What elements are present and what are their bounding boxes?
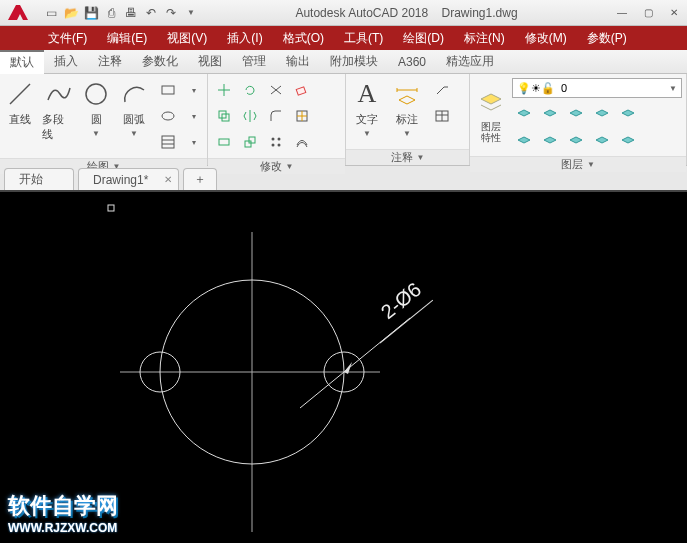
line-button[interactable]: 直线 (2, 76, 38, 129)
undo-icon[interactable]: ↶ (142, 4, 160, 22)
menu-file[interactable]: 文件(F) (38, 26, 97, 50)
layer-tool5-icon[interactable] (616, 101, 640, 125)
menu-edit[interactable]: 编辑(E) (97, 26, 157, 50)
array-icon[interactable] (264, 130, 288, 154)
rotate-icon[interactable] (238, 78, 262, 102)
layer-tool10-icon[interactable] (616, 128, 640, 152)
doctab-drawing1[interactable]: Drawing1* ✕ (78, 168, 179, 190)
rectangle-icon[interactable] (156, 78, 180, 102)
text-icon: A (351, 78, 383, 110)
text-button[interactable]: A 文字 ▼ (348, 76, 386, 140)
svg-rect-4 (162, 136, 174, 148)
ribbon-tab-parametric[interactable]: 参数化 (132, 50, 188, 74)
maximize-icon[interactable]: ▢ (635, 3, 661, 23)
layer-tool7-icon[interactable] (538, 128, 562, 152)
move-icon[interactable] (212, 78, 236, 102)
ribbon-tab-a360[interactable]: A360 (388, 50, 436, 74)
layer-tool9-icon[interactable] (590, 128, 614, 152)
svg-point-15 (278, 138, 281, 141)
plus-icon: ＋ (194, 171, 206, 188)
ribbon-tabs: 默认 插入 注释 参数化 视图 管理 输出 附加模块 A360 精选应用 (0, 50, 687, 74)
doctab-new[interactable]: ＋ (183, 168, 217, 190)
ribbon-tab-annotate[interactable]: 注释 (88, 50, 132, 74)
qat-dropdown-icon[interactable]: ▼ (182, 4, 200, 22)
ribbon-tab-manage[interactable]: 管理 (232, 50, 276, 74)
svg-rect-7 (296, 87, 306, 95)
svg-point-1 (86, 84, 106, 104)
chevron-down-icon: ▼ (403, 129, 411, 138)
offset-icon[interactable] (290, 130, 314, 154)
erase-icon[interactable] (290, 78, 314, 102)
mirror-icon[interactable] (238, 104, 262, 128)
arc-button[interactable]: 圆弧 ▼ (116, 76, 152, 140)
new-icon[interactable]: ▭ (42, 4, 60, 22)
window-controls: — ▢ ✕ (609, 3, 687, 23)
ribbon-tab-default[interactable]: 默认 (0, 50, 44, 74)
svg-line-0 (10, 84, 30, 104)
stretch-icon[interactable] (212, 130, 236, 154)
layer-tool4-icon[interactable] (590, 101, 614, 125)
draw-extra-dd3[interactable]: ▾ (182, 130, 206, 154)
menu-dimension[interactable]: 标注(N) (454, 26, 515, 50)
saveas-icon[interactable]: ⎙ (102, 4, 120, 22)
circle-button[interactable]: 圆 ▼ (78, 76, 114, 140)
menu-format[interactable]: 格式(O) (273, 26, 334, 50)
panel-layers-title[interactable]: 图层▼ (470, 156, 686, 172)
menu-tools[interactable]: 工具(T) (334, 26, 393, 50)
panel-modify-title[interactable]: 修改▼ (208, 158, 345, 174)
menu-view[interactable]: 视图(V) (157, 26, 217, 50)
panel-annotate-title[interactable]: 注释▼ (346, 149, 469, 165)
layer-tool1-icon[interactable] (512, 101, 536, 125)
layer-tool3-icon[interactable] (564, 101, 588, 125)
print-icon[interactable]: 🖶 (122, 4, 140, 22)
polyline-button[interactable]: 多段线 (40, 76, 76, 144)
table-icon[interactable] (430, 104, 454, 128)
close-tab-icon[interactable]: ✕ (164, 174, 172, 185)
minimize-icon[interactable]: — (609, 3, 635, 23)
save-icon[interactable]: 💾 (82, 4, 100, 22)
dimension-label: 标注 (396, 112, 418, 127)
circle-icon (80, 78, 112, 110)
menu-modify[interactable]: 修改(M) (515, 26, 577, 50)
ribbon-tab-featured[interactable]: 精选应用 (436, 50, 504, 74)
redo-icon[interactable]: ↷ (162, 4, 180, 22)
close-window-icon[interactable]: ✕ (661, 3, 687, 23)
dim-extension (300, 372, 344, 408)
scale-icon[interactable] (238, 130, 262, 154)
draw-extra-dd1[interactable]: ▾ (182, 78, 206, 102)
layer-current-dropdown[interactable]: 💡 ☀ 🔓 0 ▼ (512, 78, 682, 98)
ellipse-icon[interactable] (156, 104, 180, 128)
layer-properties-button[interactable]: 图层 特性 (474, 85, 508, 145)
dimension-button[interactable]: 标注 ▼ (388, 76, 426, 140)
panel-annotate: A 文字 ▼ 标注 ▼ 注释▼ (346, 74, 470, 165)
chevron-down-icon: ▼ (587, 160, 595, 169)
fillet-icon[interactable] (264, 104, 288, 128)
quick-access-toolbar: ▭ 📂 💾 ⎙ 🖶 ↶ ↷ ▼ (38, 4, 204, 22)
titlebar: ▭ 📂 💾 ⎙ 🖶 ↶ ↷ ▼ Autodesk AutoCAD 2018 Dr… (0, 0, 687, 26)
ribbon-tab-insert[interactable]: 插入 (44, 50, 88, 74)
chevron-down-icon: ▼ (363, 129, 371, 138)
layer-tool8-icon[interactable] (564, 128, 588, 152)
ribbon-tab-addins[interactable]: 附加模块 (320, 50, 388, 74)
menu-insert[interactable]: 插入(I) (217, 26, 272, 50)
app-logo[interactable] (0, 0, 38, 26)
copy-icon[interactable] (212, 104, 236, 128)
ribbon-tab-output[interactable]: 输出 (276, 50, 320, 74)
svg-rect-2 (162, 86, 174, 94)
explode-icon[interactable] (290, 104, 314, 128)
menu-param[interactable]: 参数(P) (577, 26, 637, 50)
hatch-icon[interactable] (156, 130, 180, 154)
trim-icon[interactable] (264, 78, 288, 102)
doctab-start[interactable]: 开始 (4, 168, 74, 190)
leader-icon[interactable] (430, 78, 454, 102)
drawing-canvas[interactable]: 2-Ø6 软件自学网 WWW.RJZXW.COM (0, 192, 687, 543)
open-icon[interactable]: 📂 (62, 4, 80, 22)
menu-draw[interactable]: 绘图(D) (393, 26, 454, 50)
watermark: 软件自学网 WWW.RJZXW.COM (8, 491, 118, 535)
layer-tool6-icon[interactable] (512, 128, 536, 152)
draw-extra-dd2[interactable]: ▾ (182, 104, 206, 128)
polyline-label: 多段线 (42, 112, 74, 142)
ribbon-tab-view[interactable]: 视图 (188, 50, 232, 74)
layer-tool2-icon[interactable] (538, 101, 562, 125)
ribbon: 直线 多段线 圆 ▼ 圆弧 ▼ ▾ ▾ ▾ (0, 74, 687, 166)
